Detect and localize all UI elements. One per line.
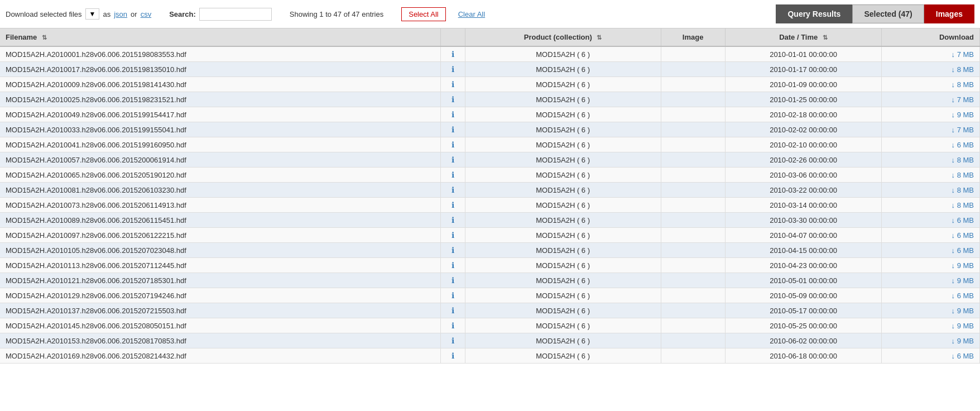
cell-download[interactable]: ↓ 6 MB — [882, 228, 980, 243]
download-link[interactable]: ↓ 9 MB — [952, 261, 974, 270]
download-link[interactable]: ↓ 8 MB — [952, 186, 974, 194]
cell-info[interactable]: ℹ — [441, 122, 465, 137]
info-icon[interactable]: ℹ — [451, 185, 454, 194]
cell-download[interactable]: ↓ 6 MB — [882, 348, 980, 364]
download-link[interactable]: ↓ 9 MB — [952, 276, 974, 285]
clear-all-button[interactable]: Clear All — [458, 10, 485, 18]
cell-info[interactable]: ℹ — [441, 77, 465, 92]
select-all-button[interactable]: Select All — [401, 7, 445, 21]
cell-info[interactable]: ℹ — [441, 288, 465, 303]
cell-download[interactable]: ↓ 6 MB — [882, 137, 980, 152]
cell-download[interactable]: ↓ 6 MB — [882, 288, 980, 303]
download-link[interactable]: ↓ 8 MB — [952, 156, 974, 164]
sort-arrows-product[interactable]: ⇅ — [597, 34, 602, 41]
info-icon[interactable]: ℹ — [451, 276, 454, 285]
info-icon[interactable]: ℹ — [451, 110, 454, 119]
info-icon[interactable]: ℹ — [451, 80, 454, 89]
cell-image — [661, 183, 725, 198]
download-link[interactable]: ↓ 7 MB — [952, 126, 974, 134]
info-icon[interactable]: ℹ — [451, 216, 454, 224]
cell-info[interactable]: ℹ — [441, 333, 465, 348]
download-link[interactable]: ↓ 6 MB — [952, 231, 974, 240]
download-link[interactable]: ↓ 9 MB — [952, 307, 974, 315]
download-link[interactable]: ↓ 7 MB — [952, 50, 974, 59]
download-link[interactable]: ↓ 6 MB — [952, 141, 974, 149]
download-link[interactable]: ↓ 8 MB — [952, 171, 974, 179]
download-link[interactable]: ↓ 7 MB — [952, 95, 974, 104]
cell-info[interactable]: ℹ — [441, 152, 465, 168]
cell-info[interactable]: ℹ — [441, 107, 465, 122]
info-icon[interactable]: ℹ — [451, 155, 454, 164]
cell-datetime: 2010-05-25 00:00:00 — [725, 318, 882, 333]
cell-info[interactable]: ℹ — [441, 62, 465, 77]
cell-download[interactable]: ↓ 9 MB — [882, 273, 980, 288]
download-link[interactable]: ↓ 6 MB — [952, 291, 974, 300]
cell-info[interactable]: ℹ — [441, 213, 465, 228]
cell-info[interactable]: ℹ — [441, 168, 465, 183]
cell-download[interactable]: ↓ 8 MB — [882, 77, 980, 92]
cell-info[interactable]: ℹ — [441, 92, 465, 107]
info-icon[interactable]: ℹ — [451, 246, 454, 255]
cell-info[interactable]: ℹ — [441, 258, 465, 273]
cell-info[interactable]: ℹ — [441, 273, 465, 288]
info-icon[interactable]: ℹ — [451, 321, 454, 330]
json-link[interactable]: json — [114, 10, 127, 18]
info-icon[interactable]: ℹ — [451, 140, 454, 149]
cell-info[interactable]: ℹ — [441, 303, 465, 318]
download-link[interactable]: ↓ 9 MB — [952, 111, 974, 119]
info-icon[interactable]: ℹ — [451, 336, 454, 345]
download-link[interactable]: ↓ 6 MB — [952, 352, 974, 360]
cell-info[interactable]: ℹ — [441, 228, 465, 243]
download-link[interactable]: ↓ 8 MB — [952, 65, 974, 74]
cell-info[interactable]: ℹ — [441, 318, 465, 333]
info-icon[interactable]: ℹ — [451, 200, 454, 209]
info-icon[interactable]: ℹ — [451, 306, 454, 315]
cell-download[interactable]: ↓ 9 MB — [882, 318, 980, 333]
info-icon[interactable]: ℹ — [451, 291, 454, 300]
info-icon[interactable]: ℹ — [451, 170, 454, 179]
download-link[interactable]: ↓ 9 MB — [952, 337, 974, 345]
search-input[interactable] — [199, 8, 272, 21]
sort-arrows-datetime[interactable]: ⇅ — [823, 34, 828, 41]
download-link[interactable]: ↓ 8 MB — [952, 201, 974, 209]
csv-link[interactable]: csv — [141, 10, 152, 18]
cell-download[interactable]: ↓ 7 MB — [882, 46, 980, 62]
info-icon[interactable]: ℹ — [451, 95, 454, 104]
cell-info[interactable]: ℹ — [441, 348, 465, 364]
cell-download[interactable]: ↓ 9 MB — [882, 258, 980, 273]
cell-download[interactable]: ↓ 8 MB — [882, 198, 980, 213]
tab-selected[interactable]: Selected (47) — [852, 4, 924, 23]
cell-download[interactable]: ↓ 6 MB — [882, 243, 980, 258]
cell-download[interactable]: ↓ 8 MB — [882, 152, 980, 168]
sort-arrows-filename[interactable]: ⇅ — [42, 34, 47, 41]
info-icon[interactable]: ℹ — [451, 125, 454, 134]
cell-download[interactable]: ↓ 9 MB — [882, 303, 980, 318]
download-link[interactable]: ↓ 8 MB — [952, 80, 974, 89]
tab-images[interactable]: Images — [924, 4, 974, 23]
cell-download[interactable]: ↓ 6 MB — [882, 213, 980, 228]
cell-datetime: 2010-02-18 00:00:00 — [725, 107, 882, 122]
info-icon[interactable]: ℹ — [451, 351, 454, 360]
download-dropdown-btn[interactable]: ▼ — [85, 8, 100, 20]
cell-image — [661, 198, 725, 213]
info-icon[interactable]: ℹ — [451, 65, 454, 74]
download-link[interactable]: ↓ 6 MB — [952, 246, 974, 255]
cell-info[interactable]: ℹ — [441, 137, 465, 152]
cell-download[interactable]: ↓ 9 MB — [882, 333, 980, 348]
info-icon[interactable]: ℹ — [451, 261, 454, 270]
info-icon[interactable]: ℹ — [451, 50, 454, 59]
cell-download[interactable]: ↓ 7 MB — [882, 92, 980, 107]
cell-download[interactable]: ↓ 8 MB — [882, 168, 980, 183]
cell-info[interactable]: ℹ — [441, 243, 465, 258]
cell-info[interactable]: ℹ — [441, 46, 465, 62]
cell-download[interactable]: ↓ 8 MB — [882, 62, 980, 77]
cell-download[interactable]: ↓ 7 MB — [882, 122, 980, 137]
download-link[interactable]: ↓ 6 MB — [952, 216, 974, 224]
cell-info[interactable]: ℹ — [441, 198, 465, 213]
tab-query-results[interactable]: Query Results — [776, 4, 852, 23]
download-link[interactable]: ↓ 9 MB — [952, 322, 974, 330]
info-icon[interactable]: ℹ — [451, 231, 454, 240]
cell-info[interactable]: ℹ — [441, 183, 465, 198]
cell-download[interactable]: ↓ 9 MB — [882, 107, 980, 122]
cell-download[interactable]: ↓ 8 MB — [882, 183, 980, 198]
